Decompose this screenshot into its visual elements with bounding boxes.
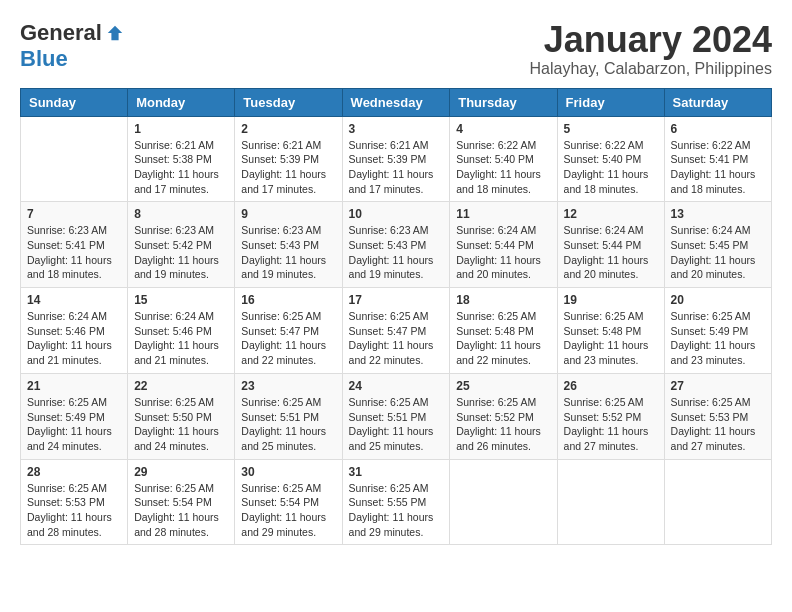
day-number: 27 bbox=[671, 379, 765, 393]
day-cell: 4Sunrise: 6:22 AMSunset: 5:40 PMDaylight… bbox=[450, 116, 557, 202]
day-cell: 29Sunrise: 6:25 AMSunset: 5:54 PMDayligh… bbox=[128, 459, 235, 545]
day-number: 12 bbox=[564, 207, 658, 221]
day-cell: 7Sunrise: 6:23 AMSunset: 5:41 PMDaylight… bbox=[21, 202, 128, 288]
day-number: 7 bbox=[27, 207, 121, 221]
day-cell: 27Sunrise: 6:25 AMSunset: 5:53 PMDayligh… bbox=[664, 373, 771, 459]
day-cell bbox=[664, 459, 771, 545]
day-number: 20 bbox=[671, 293, 765, 307]
day-number: 23 bbox=[241, 379, 335, 393]
day-info: Sunrise: 6:23 AMSunset: 5:41 PMDaylight:… bbox=[27, 223, 121, 282]
day-number: 29 bbox=[134, 465, 228, 479]
day-number: 10 bbox=[349, 207, 444, 221]
day-cell: 15Sunrise: 6:24 AMSunset: 5:46 PMDayligh… bbox=[128, 288, 235, 374]
day-number: 3 bbox=[349, 122, 444, 136]
day-cell: 21Sunrise: 6:25 AMSunset: 5:49 PMDayligh… bbox=[21, 373, 128, 459]
header-saturday: Saturday bbox=[664, 88, 771, 116]
week-row-0: 1Sunrise: 6:21 AMSunset: 5:38 PMDaylight… bbox=[21, 116, 772, 202]
day-info: Sunrise: 6:22 AMSunset: 5:40 PMDaylight:… bbox=[564, 138, 658, 197]
day-info: Sunrise: 6:25 AMSunset: 5:48 PMDaylight:… bbox=[456, 309, 550, 368]
location: Halayhay, Calabarzon, Philippines bbox=[529, 60, 772, 78]
day-cell: 24Sunrise: 6:25 AMSunset: 5:51 PMDayligh… bbox=[342, 373, 450, 459]
week-row-2: 14Sunrise: 6:24 AMSunset: 5:46 PMDayligh… bbox=[21, 288, 772, 374]
day-number: 13 bbox=[671, 207, 765, 221]
day-number: 15 bbox=[134, 293, 228, 307]
day-info: Sunrise: 6:25 AMSunset: 5:49 PMDaylight:… bbox=[27, 395, 121, 454]
day-number: 25 bbox=[456, 379, 550, 393]
calendar-table: SundayMondayTuesdayWednesdayThursdayFrid… bbox=[20, 88, 772, 546]
day-number: 26 bbox=[564, 379, 658, 393]
day-info: Sunrise: 6:25 AMSunset: 5:54 PMDaylight:… bbox=[241, 481, 335, 540]
day-info: Sunrise: 6:25 AMSunset: 5:48 PMDaylight:… bbox=[564, 309, 658, 368]
header-wednesday: Wednesday bbox=[342, 88, 450, 116]
day-cell: 13Sunrise: 6:24 AMSunset: 5:45 PMDayligh… bbox=[664, 202, 771, 288]
day-number: 30 bbox=[241, 465, 335, 479]
day-info: Sunrise: 6:25 AMSunset: 5:54 PMDaylight:… bbox=[134, 481, 228, 540]
day-info: Sunrise: 6:25 AMSunset: 5:52 PMDaylight:… bbox=[564, 395, 658, 454]
day-cell: 31Sunrise: 6:25 AMSunset: 5:55 PMDayligh… bbox=[342, 459, 450, 545]
logo-blue-text: Blue bbox=[20, 46, 68, 71]
day-cell: 23Sunrise: 6:25 AMSunset: 5:51 PMDayligh… bbox=[235, 373, 342, 459]
month-title: January 2024 bbox=[529, 20, 772, 60]
logo-icon bbox=[106, 24, 124, 42]
header-friday: Friday bbox=[557, 88, 664, 116]
day-info: Sunrise: 6:25 AMSunset: 5:51 PMDaylight:… bbox=[349, 395, 444, 454]
day-number: 1 bbox=[134, 122, 228, 136]
day-info: Sunrise: 6:25 AMSunset: 5:49 PMDaylight:… bbox=[671, 309, 765, 368]
header-tuesday: Tuesday bbox=[235, 88, 342, 116]
day-number: 5 bbox=[564, 122, 658, 136]
day-cell: 14Sunrise: 6:24 AMSunset: 5:46 PMDayligh… bbox=[21, 288, 128, 374]
day-cell: 9Sunrise: 6:23 AMSunset: 5:43 PMDaylight… bbox=[235, 202, 342, 288]
day-cell: 5Sunrise: 6:22 AMSunset: 5:40 PMDaylight… bbox=[557, 116, 664, 202]
day-info: Sunrise: 6:25 AMSunset: 5:52 PMDaylight:… bbox=[456, 395, 550, 454]
day-cell: 25Sunrise: 6:25 AMSunset: 5:52 PMDayligh… bbox=[450, 373, 557, 459]
page-header: General Blue January 2024 Halayhay, Cala… bbox=[20, 20, 772, 78]
day-number: 21 bbox=[27, 379, 121, 393]
header-thursday: Thursday bbox=[450, 88, 557, 116]
day-cell: 8Sunrise: 6:23 AMSunset: 5:42 PMDaylight… bbox=[128, 202, 235, 288]
day-number: 24 bbox=[349, 379, 444, 393]
day-cell: 16Sunrise: 6:25 AMSunset: 5:47 PMDayligh… bbox=[235, 288, 342, 374]
day-number: 17 bbox=[349, 293, 444, 307]
day-cell bbox=[557, 459, 664, 545]
day-info: Sunrise: 6:25 AMSunset: 5:51 PMDaylight:… bbox=[241, 395, 335, 454]
day-info: Sunrise: 6:22 AMSunset: 5:40 PMDaylight:… bbox=[456, 138, 550, 197]
day-number: 28 bbox=[27, 465, 121, 479]
day-info: Sunrise: 6:21 AMSunset: 5:38 PMDaylight:… bbox=[134, 138, 228, 197]
day-cell: 18Sunrise: 6:25 AMSunset: 5:48 PMDayligh… bbox=[450, 288, 557, 374]
title-section: January 2024 Halayhay, Calabarzon, Phili… bbox=[529, 20, 772, 78]
svg-marker-0 bbox=[108, 26, 122, 40]
day-info: Sunrise: 6:22 AMSunset: 5:41 PMDaylight:… bbox=[671, 138, 765, 197]
day-cell: 1Sunrise: 6:21 AMSunset: 5:38 PMDaylight… bbox=[128, 116, 235, 202]
day-cell: 6Sunrise: 6:22 AMSunset: 5:41 PMDaylight… bbox=[664, 116, 771, 202]
day-cell: 19Sunrise: 6:25 AMSunset: 5:48 PMDayligh… bbox=[557, 288, 664, 374]
week-row-1: 7Sunrise: 6:23 AMSunset: 5:41 PMDaylight… bbox=[21, 202, 772, 288]
day-cell: 10Sunrise: 6:23 AMSunset: 5:43 PMDayligh… bbox=[342, 202, 450, 288]
day-info: Sunrise: 6:25 AMSunset: 5:47 PMDaylight:… bbox=[241, 309, 335, 368]
day-number: 2 bbox=[241, 122, 335, 136]
day-cell bbox=[450, 459, 557, 545]
day-cell: 12Sunrise: 6:24 AMSunset: 5:44 PMDayligh… bbox=[557, 202, 664, 288]
day-info: Sunrise: 6:24 AMSunset: 5:46 PMDaylight:… bbox=[27, 309, 121, 368]
day-number: 4 bbox=[456, 122, 550, 136]
day-info: Sunrise: 6:25 AMSunset: 5:55 PMDaylight:… bbox=[349, 481, 444, 540]
header-monday: Monday bbox=[128, 88, 235, 116]
day-cell: 26Sunrise: 6:25 AMSunset: 5:52 PMDayligh… bbox=[557, 373, 664, 459]
day-info: Sunrise: 6:23 AMSunset: 5:42 PMDaylight:… bbox=[134, 223, 228, 282]
day-number: 31 bbox=[349, 465, 444, 479]
day-number: 22 bbox=[134, 379, 228, 393]
day-number: 14 bbox=[27, 293, 121, 307]
day-info: Sunrise: 6:25 AMSunset: 5:50 PMDaylight:… bbox=[134, 395, 228, 454]
day-cell: 2Sunrise: 6:21 AMSunset: 5:39 PMDaylight… bbox=[235, 116, 342, 202]
header-sunday: Sunday bbox=[21, 88, 128, 116]
day-number: 16 bbox=[241, 293, 335, 307]
day-number: 19 bbox=[564, 293, 658, 307]
day-cell: 20Sunrise: 6:25 AMSunset: 5:49 PMDayligh… bbox=[664, 288, 771, 374]
day-info: Sunrise: 6:24 AMSunset: 5:44 PMDaylight:… bbox=[456, 223, 550, 282]
week-row-4: 28Sunrise: 6:25 AMSunset: 5:53 PMDayligh… bbox=[21, 459, 772, 545]
day-cell: 28Sunrise: 6:25 AMSunset: 5:53 PMDayligh… bbox=[21, 459, 128, 545]
day-number: 18 bbox=[456, 293, 550, 307]
day-info: Sunrise: 6:24 AMSunset: 5:44 PMDaylight:… bbox=[564, 223, 658, 282]
day-info: Sunrise: 6:21 AMSunset: 5:39 PMDaylight:… bbox=[349, 138, 444, 197]
day-info: Sunrise: 6:23 AMSunset: 5:43 PMDaylight:… bbox=[349, 223, 444, 282]
day-info: Sunrise: 6:24 AMSunset: 5:45 PMDaylight:… bbox=[671, 223, 765, 282]
